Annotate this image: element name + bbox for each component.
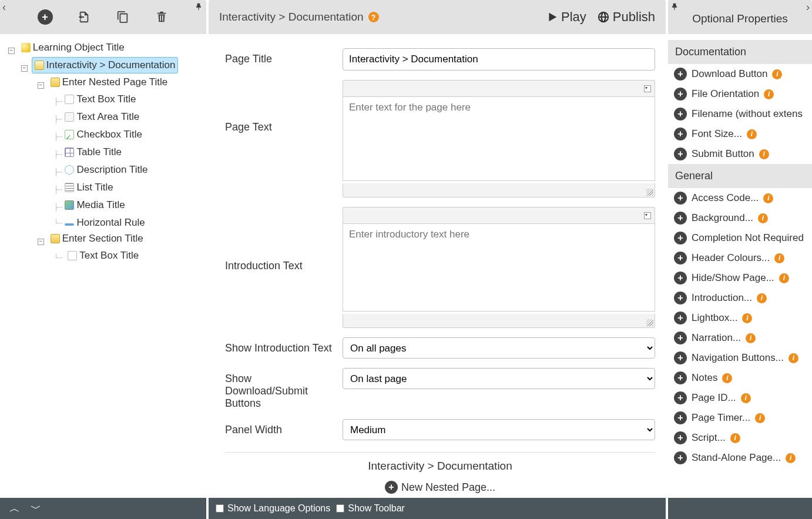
tree-label: Enter Nested Page Title <box>62 75 168 90</box>
page-text-input[interactable] <box>343 96 655 181</box>
page-title-input[interactable] <box>343 48 655 71</box>
property-item[interactable]: +Page ID...i <box>668 388 812 408</box>
tree-node-nested[interactable]: − Enter Nested Page Title ├┄Text Box Tit… <box>38 75 203 231</box>
row-page-text: Page Text <box>225 80 655 197</box>
tree-label: Media Title <box>76 197 125 213</box>
row-intro-text: Introduction Text <box>225 207 655 328</box>
property-item[interactable]: +Notesi <box>668 368 812 388</box>
info-icon[interactable]: i <box>746 333 756 343</box>
rte-toolbar[interactable] <box>343 207 655 223</box>
folder-icon <box>51 78 60 87</box>
tree-view[interactable]: − Learning Object Title − Interactivity … <box>0 34 206 498</box>
show-buttons-select[interactable]: On last page <box>343 368 655 389</box>
import-button[interactable] <box>76 9 92 25</box>
down-arrow-icon[interactable]: ﹀ <box>28 501 43 515</box>
checkbox-icon <box>65 130 74 139</box>
pin-icon[interactable] <box>194 2 203 13</box>
tree-leaf[interactable]: └┄ Text Box Title <box>54 248 203 266</box>
tree-leaf[interactable]: ├┄Text Box Title <box>54 92 203 109</box>
publish-button[interactable]: Publish <box>597 9 655 25</box>
info-icon[interactable]: i <box>757 293 767 303</box>
property-item[interactable]: +Submit Buttoni <box>668 144 812 164</box>
info-icon[interactable]: i <box>788 353 798 363</box>
intro-text-input[interactable] <box>343 223 655 312</box>
property-item[interactable]: +Introduction...i <box>668 288 812 308</box>
tree-label: Text Box Title <box>76 92 136 107</box>
rte-dropdown-icon[interactable] <box>644 212 651 219</box>
property-item[interactable]: +Header Colours...i <box>668 248 812 268</box>
show-intro-select[interactable]: On all pages <box>343 337 655 359</box>
info-icon[interactable]: i <box>764 89 774 99</box>
property-item[interactable]: +Navigation Buttons...i <box>668 348 812 368</box>
tree-leaf[interactable]: ├┄Checkbox Title <box>54 127 203 145</box>
info-icon[interactable]: i <box>722 373 732 383</box>
property-item[interactable]: +Background...i <box>668 208 812 228</box>
info-icon[interactable]: i <box>763 193 773 203</box>
property-label: Font Size... <box>692 128 742 140</box>
center-panel: Interactivity > Documentation ? Play Pub… <box>209 0 668 519</box>
rte-dropdown-icon[interactable] <box>644 85 651 92</box>
tree-leaf[interactable]: └┄Horizontal Rule <box>54 215 203 231</box>
play-button[interactable]: Play <box>545 9 586 25</box>
info-icon[interactable]: i <box>758 213 768 223</box>
info-icon[interactable]: i <box>759 149 769 159</box>
tree-leaf[interactable]: ├┄Table Title <box>54 145 203 162</box>
expand-toggle[interactable]: − <box>38 82 44 89</box>
label-page-title: Page Title <box>225 48 335 65</box>
tree-leaf[interactable]: ├┄Media Title <box>54 197 203 215</box>
property-item[interactable]: +Completion Not Required <box>668 228 812 248</box>
tree-leaf[interactable]: ├┄Text Area Title <box>54 109 203 127</box>
info-icon[interactable]: i <box>786 453 796 463</box>
property-item[interactable]: +Page Timer...i <box>668 408 812 428</box>
show-toolbar-label: Show Toolbar <box>348 503 405 514</box>
property-item[interactable]: +File Orientationi <box>668 84 812 104</box>
property-item[interactable]: +Download Buttoni <box>668 64 812 84</box>
expand-toggle[interactable]: − <box>38 239 44 245</box>
show-language-toggle[interactable]: Show Language Options <box>216 503 330 514</box>
label-panel-width: Panel Width <box>225 419 335 436</box>
show-toolbar-checkbox[interactable] <box>336 504 344 513</box>
property-item[interactable]: +Narration...i <box>668 328 812 348</box>
property-item[interactable]: +Stand-Alone Page...i <box>668 448 812 468</box>
info-icon[interactable]: i <box>747 129 757 139</box>
info-icon[interactable]: i <box>772 69 782 79</box>
plus-icon: + <box>674 148 687 160</box>
duplicate-button[interactable] <box>115 9 130 25</box>
property-item[interactable]: +Filename (without extens <box>668 104 812 124</box>
add-button[interactable]: + <box>38 9 53 25</box>
info-icon[interactable]: i <box>779 273 789 283</box>
property-item[interactable]: +Script...i <box>668 428 812 448</box>
left-footer: ︿ ﹀ <box>0 498 206 519</box>
new-nested-label: New Nested Page... <box>401 481 495 494</box>
show-language-checkbox[interactable] <box>216 504 224 513</box>
property-label: Notes <box>692 372 717 384</box>
panel-width-select[interactable]: Medium <box>343 419 655 440</box>
show-toolbar-toggle[interactable]: Show Toolbar <box>336 503 405 514</box>
tree-node-section[interactable]: − Enter Section Title └┄ <box>38 231 203 266</box>
tree-leaf[interactable]: ├┄List Title <box>54 180 203 197</box>
info-icon[interactable]: i <box>755 413 765 423</box>
info-icon[interactable]: i <box>730 433 740 443</box>
up-arrow-icon[interactable]: ︿ <box>7 501 22 515</box>
info-icon[interactable]: i <box>774 253 784 263</box>
tree-root[interactable]: − Learning Object Title − Interactivity … <box>8 40 203 266</box>
info-icon[interactable]: i <box>741 393 751 403</box>
new-nested-page-button[interactable]: + New Nested Page... <box>225 478 655 498</box>
expand-toggle[interactable]: − <box>8 48 15 54</box>
pin-icon[interactable] <box>670 2 679 13</box>
rte-toolbar[interactable] <box>343 80 655 96</box>
help-icon[interactable]: ? <box>368 12 379 22</box>
tree-node-interactivity[interactable]: − Interactivity > Documentation − Enter … <box>21 57 203 266</box>
property-item[interactable]: +Access Code...i <box>668 188 812 208</box>
row-show-buttons: Show Download/Submit Buttons On last pag… <box>225 368 655 410</box>
chevron-right-icon[interactable]: › <box>806 1 810 14</box>
property-item[interactable]: +Hide/Show Page...i <box>668 268 812 288</box>
delete-button[interactable] <box>154 9 169 25</box>
property-item[interactable]: +Font Size...i <box>668 124 812 144</box>
info-icon[interactable]: i <box>742 313 752 323</box>
expand-toggle[interactable]: − <box>21 65 28 72</box>
chevron-left-icon[interactable]: ‹ <box>2 1 6 14</box>
tree-leaf[interactable]: ├┄Description Title <box>54 162 203 180</box>
left-toolbar: ‹ + <box>0 0 206 34</box>
property-item[interactable]: +Lightbox...i <box>668 308 812 328</box>
